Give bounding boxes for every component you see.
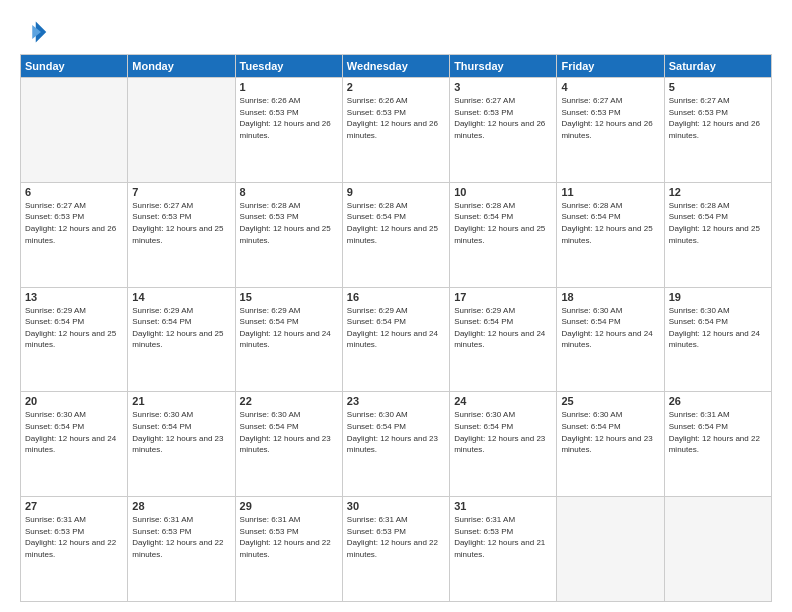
- day-info: Sunrise: 6:27 AMSunset: 6:53 PMDaylight:…: [132, 201, 223, 245]
- page: SundayMondayTuesdayWednesdayThursdayFrid…: [0, 0, 792, 612]
- day-number: 17: [454, 291, 552, 303]
- calendar-cell: 9 Sunrise: 6:28 AMSunset: 6:54 PMDayligh…: [342, 182, 449, 287]
- day-number: 23: [347, 395, 445, 407]
- day-number: 4: [561, 81, 659, 93]
- day-number: 28: [132, 500, 230, 512]
- header: [20, 18, 772, 46]
- day-number: 31: [454, 500, 552, 512]
- calendar-cell: 17 Sunrise: 6:29 AMSunset: 6:54 PMDaylig…: [450, 287, 557, 392]
- day-number: 9: [347, 186, 445, 198]
- day-info: Sunrise: 6:27 AMSunset: 6:53 PMDaylight:…: [25, 201, 116, 245]
- day-number: 19: [669, 291, 767, 303]
- calendar-cell: 14 Sunrise: 6:29 AMSunset: 6:54 PMDaylig…: [128, 287, 235, 392]
- calendar-cell: 6 Sunrise: 6:27 AMSunset: 6:53 PMDayligh…: [21, 182, 128, 287]
- day-info: Sunrise: 6:31 AMSunset: 6:53 PMDaylight:…: [240, 515, 331, 559]
- weekday-header-cell: Tuesday: [235, 55, 342, 78]
- calendar-cell: 30 Sunrise: 6:31 AMSunset: 6:53 PMDaylig…: [342, 497, 449, 602]
- calendar-cell: 15 Sunrise: 6:29 AMSunset: 6:54 PMDaylig…: [235, 287, 342, 392]
- day-info: Sunrise: 6:30 AMSunset: 6:54 PMDaylight:…: [132, 410, 223, 454]
- day-info: Sunrise: 6:29 AMSunset: 6:54 PMDaylight:…: [347, 306, 438, 350]
- weekday-header-row: SundayMondayTuesdayWednesdayThursdayFrid…: [21, 55, 772, 78]
- weekday-header-cell: Monday: [128, 55, 235, 78]
- calendar-cell: 18 Sunrise: 6:30 AMSunset: 6:54 PMDaylig…: [557, 287, 664, 392]
- calendar-cell: 16 Sunrise: 6:29 AMSunset: 6:54 PMDaylig…: [342, 287, 449, 392]
- day-info: Sunrise: 6:31 AMSunset: 6:53 PMDaylight:…: [347, 515, 438, 559]
- day-number: 30: [347, 500, 445, 512]
- calendar-cell: 26 Sunrise: 6:31 AMSunset: 6:54 PMDaylig…: [664, 392, 771, 497]
- day-info: Sunrise: 6:31 AMSunset: 6:54 PMDaylight:…: [669, 410, 760, 454]
- calendar-body: 1 Sunrise: 6:26 AMSunset: 6:53 PMDayligh…: [21, 78, 772, 602]
- day-info: Sunrise: 6:30 AMSunset: 6:54 PMDaylight:…: [454, 410, 545, 454]
- day-info: Sunrise: 6:26 AMSunset: 6:53 PMDaylight:…: [240, 96, 331, 140]
- day-number: 3: [454, 81, 552, 93]
- calendar-cell: 20 Sunrise: 6:30 AMSunset: 6:54 PMDaylig…: [21, 392, 128, 497]
- calendar-cell: 3 Sunrise: 6:27 AMSunset: 6:53 PMDayligh…: [450, 78, 557, 183]
- calendar-cell: 5 Sunrise: 6:27 AMSunset: 6:53 PMDayligh…: [664, 78, 771, 183]
- day-number: 20: [25, 395, 123, 407]
- day-info: Sunrise: 6:30 AMSunset: 6:54 PMDaylight:…: [669, 306, 760, 350]
- day-number: 12: [669, 186, 767, 198]
- calendar-cell: 22 Sunrise: 6:30 AMSunset: 6:54 PMDaylig…: [235, 392, 342, 497]
- day-number: 26: [669, 395, 767, 407]
- day-info: Sunrise: 6:28 AMSunset: 6:54 PMDaylight:…: [454, 201, 545, 245]
- calendar-cell: 25 Sunrise: 6:30 AMSunset: 6:54 PMDaylig…: [557, 392, 664, 497]
- day-number: 27: [25, 500, 123, 512]
- weekday-header-cell: Saturday: [664, 55, 771, 78]
- day-number: 1: [240, 81, 338, 93]
- day-number: 6: [25, 186, 123, 198]
- day-info: Sunrise: 6:30 AMSunset: 6:54 PMDaylight:…: [561, 410, 652, 454]
- calendar-cell: 27 Sunrise: 6:31 AMSunset: 6:53 PMDaylig…: [21, 497, 128, 602]
- day-number: 7: [132, 186, 230, 198]
- day-number: 29: [240, 500, 338, 512]
- calendar-cell: 28 Sunrise: 6:31 AMSunset: 6:53 PMDaylig…: [128, 497, 235, 602]
- calendar-cell: 2 Sunrise: 6:26 AMSunset: 6:53 PMDayligh…: [342, 78, 449, 183]
- calendar-cell: 31 Sunrise: 6:31 AMSunset: 6:53 PMDaylig…: [450, 497, 557, 602]
- calendar-cell: [557, 497, 664, 602]
- day-info: Sunrise: 6:28 AMSunset: 6:54 PMDaylight:…: [669, 201, 760, 245]
- day-number: 16: [347, 291, 445, 303]
- weekday-header-cell: Sunday: [21, 55, 128, 78]
- day-number: 8: [240, 186, 338, 198]
- day-info: Sunrise: 6:29 AMSunset: 6:54 PMDaylight:…: [240, 306, 331, 350]
- calendar-cell: [21, 78, 128, 183]
- calendar-week-row: 1 Sunrise: 6:26 AMSunset: 6:53 PMDayligh…: [21, 78, 772, 183]
- calendar-cell: 10 Sunrise: 6:28 AMSunset: 6:54 PMDaylig…: [450, 182, 557, 287]
- day-info: Sunrise: 6:29 AMSunset: 6:54 PMDaylight:…: [132, 306, 223, 350]
- calendar-cell: 24 Sunrise: 6:30 AMSunset: 6:54 PMDaylig…: [450, 392, 557, 497]
- calendar-cell: 12 Sunrise: 6:28 AMSunset: 6:54 PMDaylig…: [664, 182, 771, 287]
- day-number: 2: [347, 81, 445, 93]
- weekday-header-cell: Thursday: [450, 55, 557, 78]
- day-info: Sunrise: 6:29 AMSunset: 6:54 PMDaylight:…: [25, 306, 116, 350]
- day-info: Sunrise: 6:31 AMSunset: 6:53 PMDaylight:…: [454, 515, 545, 559]
- logo: [20, 18, 52, 46]
- calendar-cell: 11 Sunrise: 6:28 AMSunset: 6:54 PMDaylig…: [557, 182, 664, 287]
- day-info: Sunrise: 6:30 AMSunset: 6:54 PMDaylight:…: [347, 410, 438, 454]
- calendar-table: SundayMondayTuesdayWednesdayThursdayFrid…: [20, 54, 772, 602]
- calendar-cell: 13 Sunrise: 6:29 AMSunset: 6:54 PMDaylig…: [21, 287, 128, 392]
- calendar-cell: 1 Sunrise: 6:26 AMSunset: 6:53 PMDayligh…: [235, 78, 342, 183]
- day-number: 24: [454, 395, 552, 407]
- calendar-week-row: 27 Sunrise: 6:31 AMSunset: 6:53 PMDaylig…: [21, 497, 772, 602]
- calendar-cell: 23 Sunrise: 6:30 AMSunset: 6:54 PMDaylig…: [342, 392, 449, 497]
- calendar-cell: 4 Sunrise: 6:27 AMSunset: 6:53 PMDayligh…: [557, 78, 664, 183]
- day-info: Sunrise: 6:30 AMSunset: 6:54 PMDaylight:…: [240, 410, 331, 454]
- day-info: Sunrise: 6:28 AMSunset: 6:54 PMDaylight:…: [347, 201, 438, 245]
- day-number: 13: [25, 291, 123, 303]
- day-info: Sunrise: 6:28 AMSunset: 6:53 PMDaylight:…: [240, 201, 331, 245]
- calendar-cell: 7 Sunrise: 6:27 AMSunset: 6:53 PMDayligh…: [128, 182, 235, 287]
- day-number: 18: [561, 291, 659, 303]
- calendar-cell: [128, 78, 235, 183]
- day-info: Sunrise: 6:30 AMSunset: 6:54 PMDaylight:…: [561, 306, 652, 350]
- day-number: 22: [240, 395, 338, 407]
- day-info: Sunrise: 6:31 AMSunset: 6:53 PMDaylight:…: [132, 515, 223, 559]
- day-number: 14: [132, 291, 230, 303]
- day-number: 15: [240, 291, 338, 303]
- weekday-header-cell: Friday: [557, 55, 664, 78]
- day-info: Sunrise: 6:31 AMSunset: 6:53 PMDaylight:…: [25, 515, 116, 559]
- day-info: Sunrise: 6:27 AMSunset: 6:53 PMDaylight:…: [669, 96, 760, 140]
- calendar-week-row: 13 Sunrise: 6:29 AMSunset: 6:54 PMDaylig…: [21, 287, 772, 392]
- calendar-cell: 19 Sunrise: 6:30 AMSunset: 6:54 PMDaylig…: [664, 287, 771, 392]
- day-info: Sunrise: 6:27 AMSunset: 6:53 PMDaylight:…: [454, 96, 545, 140]
- day-info: Sunrise: 6:30 AMSunset: 6:54 PMDaylight:…: [25, 410, 116, 454]
- day-number: 10: [454, 186, 552, 198]
